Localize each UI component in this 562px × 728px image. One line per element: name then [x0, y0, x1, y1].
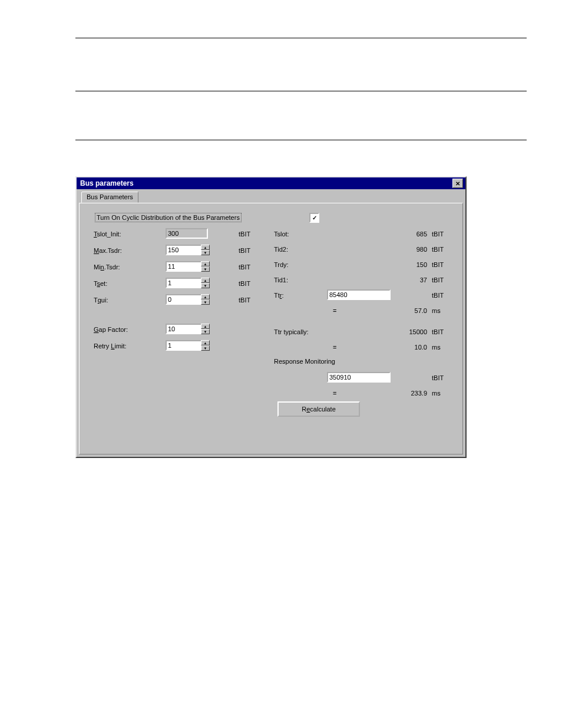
equals-sign: =: [333, 390, 336, 397]
input-min-tsdr[interactable]: [166, 261, 202, 272]
label-tid2: Tid2:: [274, 246, 288, 253]
input-gap-factor[interactable]: [166, 324, 202, 334]
tabstrip: Bus Parameters: [79, 192, 463, 203]
chevron-up-icon[interactable]: ▲: [201, 261, 210, 266]
input-max-tsdr[interactable]: [166, 245, 202, 255]
label-ttr: Ttr:: [274, 292, 284, 299]
unit-tbit: tBIT: [432, 230, 451, 238]
row-max-tsdr: Max.Tsdr: ▲▼ tBIT: [94, 243, 270, 260]
spinner-tqui[interactable]: ▲▼: [201, 294, 210, 305]
unit-ms: ms: [432, 390, 451, 397]
label-tid1: Tid1:: [274, 276, 288, 284]
unit-tbit: tBIT: [432, 276, 451, 284]
tab-bus-parameters[interactable]: Bus Parameters: [81, 192, 138, 203]
chevron-up-icon[interactable]: ▲: [201, 294, 210, 299]
input-retry-limit[interactable]: [166, 340, 202, 351]
value-tid1: 37: [380, 276, 427, 284]
spinner-tset[interactable]: ▲▼: [201, 278, 210, 288]
input-tset[interactable]: [166, 278, 202, 288]
unit-tbit: tBIT: [239, 230, 250, 238]
chevron-up-icon[interactable]: ▲: [201, 340, 210, 345]
spinner-retry-limit[interactable]: ▲▼: [201, 340, 210, 351]
row-min-tsdr: Min.Tsdr: ▲▼ tBIT: [94, 260, 270, 276]
unit-tbit: tBIT: [239, 280, 250, 287]
label-retry-limit: Retry Limit:: [94, 342, 127, 350]
chevron-down-icon[interactable]: ▼: [201, 329, 210, 334]
label-response-monitoring: Response Monitoring: [274, 358, 335, 365]
unit-tbit: tBIT: [432, 261, 451, 268]
row-ttr-typ-ms: = 10.0 ms: [274, 340, 451, 355]
unit-tbit: tBIT: [239, 263, 250, 271]
unit-tbit: tBIT: [239, 247, 250, 254]
value-ttr-ms: 57.0: [380, 307, 427, 314]
unit-tbit: tBIT: [432, 374, 451, 381]
chevron-up-icon[interactable]: ▲: [201, 278, 210, 283]
label-ttr-typ: Ttr typically:: [274, 328, 309, 335]
label-tqui: Tqui:: [94, 297, 108, 304]
chevron-down-icon[interactable]: ▼: [201, 266, 210, 272]
value-trdy: 150: [380, 261, 427, 268]
row-ttr: Ttr: tBIT: [274, 288, 451, 304]
window-title: Bus parameters: [79, 179, 134, 187]
unit-tbit: tBIT: [432, 292, 451, 299]
input-tslot-init: [166, 228, 208, 239]
row-ttr-typ: Ttr typically: 15000 tBIT: [274, 325, 451, 340]
input-resp-mon[interactable]: [327, 372, 391, 383]
spinner-gap-factor[interactable]: ▲▼: [201, 324, 210, 334]
right-column: Tslot: 685 tBIT Tid2: 980 tBIT Trdy: 150…: [274, 214, 451, 419]
chevron-down-icon[interactable]: ▼: [201, 250, 210, 255]
tab-page: Turn On Cyclic Distribution of the Bus P…: [79, 203, 463, 454]
unit-tbit: tBIT: [432, 328, 451, 335]
label-tslot-init: Tslot_Init:: [94, 230, 121, 238]
chevron-down-icon[interactable]: ▼: [201, 345, 210, 351]
row-trdy: Trdy: 150 tBIT: [274, 258, 451, 273]
chevron-down-icon[interactable]: ▼: [201, 299, 210, 305]
unit-ms: ms: [432, 307, 451, 314]
label-max-tsdr: Max.Tsdr:: [94, 247, 122, 254]
row-tslot-out: Tslot: 685 tBIT: [274, 227, 451, 242]
unit-ms: ms: [432, 344, 451, 351]
row-recalculate: Recalculate: [274, 401, 451, 419]
label-tset: Tset:: [94, 280, 107, 287]
value-tid2: 980: [380, 246, 427, 253]
row-tid2: Tid2: 980 tBIT: [274, 242, 451, 258]
chevron-up-icon[interactable]: ▲: [201, 324, 210, 329]
value-tslot: 685: [380, 230, 427, 238]
value-ttr-typ: 15000: [380, 328, 427, 335]
unit-tbit: tBIT: [239, 297, 250, 304]
row-ttr-ms: = 57.0 ms: [274, 304, 451, 319]
chevron-up-icon[interactable]: ▲: [201, 245, 210, 250]
row-resp-mon-ms: = 233.9 ms: [274, 386, 451, 401]
row-gap-factor: Gap Factor: ▲▼: [94, 322, 270, 339]
label-gap-factor: Gap Factor:: [94, 326, 128, 333]
row-tqui: Tqui: ▲▼ tBIT: [94, 293, 270, 309]
value-ttr-typ-ms: 10.0: [380, 344, 427, 351]
row-tslot-init: Tslot_Init: tBIT: [94, 227, 270, 243]
unit-tbit: tBIT: [432, 246, 451, 253]
spinner-min-tsdr[interactable]: ▲▼: [201, 261, 210, 272]
label-min-tsdr: Min.Tsdr:: [94, 263, 120, 271]
bus-parameters-dialog: Bus parameters ✕ Bus Parameters Turn On …: [75, 176, 467, 458]
row-tid1: Tid1: 37 tBIT: [274, 273, 451, 288]
close-icon[interactable]: ✕: [452, 179, 463, 188]
recalculate-button[interactable]: Recalculate: [277, 401, 360, 417]
label-tslot: Tslot:: [274, 230, 289, 238]
row-tset: Tset: ▲▼ tBIT: [94, 276, 270, 293]
equals-sign: =: [333, 307, 336, 314]
input-tqui[interactable]: [166, 294, 202, 305]
left-column: Tslot_Init: tBIT Max.Tsdr: ▲▼ tBIT Min.T…: [94, 214, 270, 355]
row-retry-limit: Retry Limit: ▲▼: [94, 339, 270, 355]
value-resp-mon-ms: 233.9: [380, 390, 427, 397]
equals-sign: =: [333, 344, 336, 351]
row-resp-mon-val: tBIT: [274, 371, 451, 386]
row-response-monitoring: Response Monitoring: [274, 355, 451, 371]
spinner-max-tsdr[interactable]: ▲▼: [201, 245, 210, 255]
input-ttr[interactable]: [327, 289, 391, 300]
titlebar: Bus parameters ✕: [77, 177, 465, 189]
label-trdy: Trdy:: [274, 261, 289, 268]
chevron-down-icon[interactable]: ▼: [201, 283, 210, 288]
